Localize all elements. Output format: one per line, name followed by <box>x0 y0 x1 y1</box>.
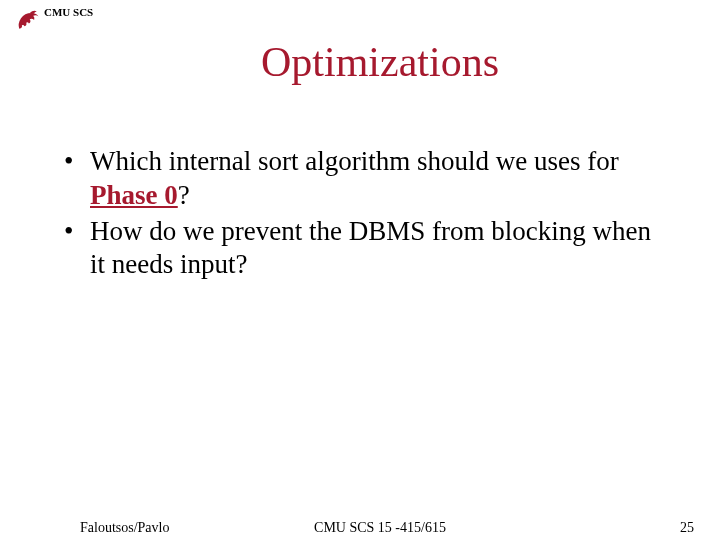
bullet-list: Which internal sort algorithm should we … <box>62 145 660 284</box>
bullet-item: Which internal sort algorithm should we … <box>62 145 660 213</box>
bullet-text-prefix: How do we prevent the DBMS from blocking… <box>90 216 651 280</box>
cmu-dragon-icon <box>14 6 42 34</box>
header-label: CMU SCS <box>44 6 93 18</box>
bullet-highlight: Phase 0 <box>90 180 178 210</box>
bullet-text-prefix: Which internal sort algorithm should we … <box>90 146 619 176</box>
slide-title: Optimizations <box>0 38 720 86</box>
bullet-text-suffix: ? <box>178 180 190 210</box>
bullet-item: How do we prevent the DBMS from blocking… <box>62 215 660 283</box>
slide-header: CMU SCS <box>14 6 93 34</box>
footer-page-number: 25 <box>680 520 694 536</box>
footer-course: CMU SCS 15 -415/615 <box>0 520 720 536</box>
